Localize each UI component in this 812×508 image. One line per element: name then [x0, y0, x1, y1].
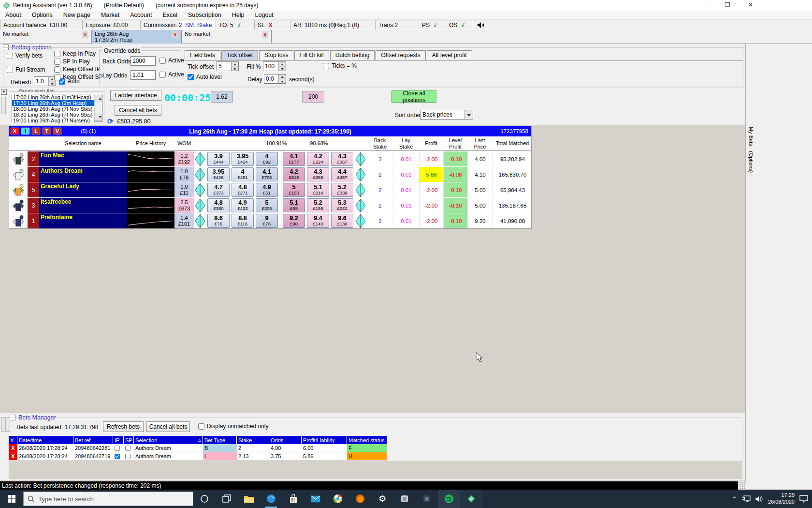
market-tab-3[interactable]: No market x [182, 30, 272, 44]
fill-pct-arrows[interactable] [278, 62, 286, 71]
best-back-price-button[interactable]: 9£76 [256, 214, 278, 228]
stop-loss-status[interactable]: SLX [254, 20, 290, 30]
best-back-price-button[interactable]: 4£92 [256, 152, 278, 166]
scroll-down-icon[interactable] [95, 114, 102, 121]
keep-option[interactable]: Keep In Play [54, 50, 103, 57]
lay-stake-value[interactable]: 0.01 [393, 213, 419, 228]
cancel-bet-button[interactable]: X [9, 452, 17, 460]
lay-active-option[interactable]: Active [160, 71, 184, 78]
chrome-icon[interactable] [327, 490, 349, 508]
col-ip[interactable]: IP [113, 436, 124, 444]
fill-pct-value[interactable]: 100 [263, 62, 278, 71]
menu-item[interactable]: Logout [250, 12, 279, 18]
ip-checkbox[interactable] [115, 446, 120, 451]
col-sp[interactable]: SP [124, 436, 134, 444]
menu-item[interactable]: Excel [157, 12, 183, 18]
keep-option[interactable]: Keep Offset IP [54, 66, 103, 73]
expand-panel-button[interactable]: + [1, 89, 7, 95]
close-tab-icon[interactable]: x [262, 31, 268, 38]
app-icon-1[interactable] [393, 490, 416, 508]
fill-pct-spinner[interactable]: 100 [263, 61, 286, 71]
runner-name[interactable]: Authors Dream [39, 167, 127, 182]
spin-up-icon[interactable] [279, 75, 286, 79]
spread-diamond-left[interactable] [194, 167, 206, 182]
app-icon-2[interactable] [416, 490, 438, 508]
lay-active-checkbox[interactable] [160, 72, 166, 78]
col-datetime[interactable]: Date/time [17, 436, 73, 444]
notification-icon[interactable] [799, 495, 808, 503]
back-stake-value[interactable]: 2 [367, 198, 393, 213]
auto-level-checkbox[interactable] [188, 74, 194, 80]
spread-diamond-left[interactable] [194, 151, 206, 166]
bet-ip-cell[interactable] [113, 452, 124, 460]
delay-value[interactable]: 0.0 [264, 75, 278, 83]
my-bets-side-tab[interactable]: My Bets (Options) [745, 44, 757, 481]
back-active-checkbox[interactable] [160, 58, 166, 64]
best-back-price-button[interactable]: 4.1£706 [256, 167, 278, 181]
runner-name[interactable]: Graceful Lady [39, 182, 127, 197]
runner-name[interactable]: Fun Mac [39, 151, 127, 166]
back-stake-value[interactable]: 2 [367, 182, 393, 197]
close-button[interactable]: ✕ [742, 0, 759, 10]
verify-bets-checkbox[interactable] [7, 53, 13, 59]
scroll-up-icon[interactable] [95, 95, 102, 102]
keep-option-checkbox[interactable] [54, 59, 60, 65]
col-odds[interactable]: Odds [269, 436, 302, 444]
refresh-value[interactable]: 1.0 [34, 77, 48, 86]
back-active-option[interactable]: Active [160, 57, 184, 64]
quick-pick-item[interactable]: 17:30 Ling 26th Aug (2m Hcap) [12, 100, 94, 106]
bet-sp-cell[interactable] [124, 452, 134, 460]
close-tab-icon[interactable]: x [172, 31, 178, 38]
spin-down-icon[interactable] [49, 81, 56, 86]
ticks-pct-checkbox[interactable] [323, 63, 329, 69]
display-unmatched-checkbox[interactable] [198, 423, 204, 430]
lay-price-3-button[interactable]: 5.2£339 [331, 183, 353, 197]
bet-ip-cell[interactable] [113, 444, 124, 452]
mail-icon[interactable] [304, 490, 327, 508]
cancel-all-bets-button[interactable]: Cancel all bets [115, 105, 161, 116]
refresh-spinner[interactable]: 1.0 [34, 76, 56, 86]
ip-checkbox[interactable] [115, 454, 120, 459]
menu-item[interactable]: Account [125, 12, 157, 18]
my-bets-label[interactable]: My Bets [748, 127, 754, 146]
spread-diamond-right[interactable] [354, 182, 367, 197]
keep-option[interactable]: Keep Offset SP [54, 74, 103, 80]
quick-pick-list[interactable]: 17:00 Ling 26th Aug (1m3f Hcap) 17:30 Li… [12, 94, 102, 122]
back-price-2-button[interactable]: 4.8£271 [232, 183, 254, 197]
bet-tab[interactable]: Stop loss [259, 50, 293, 60]
ticks-pct-option[interactable]: Ticks = % [323, 62, 357, 69]
quick-pick-scrollbar[interactable] [94, 95, 102, 121]
col-bet-type[interactable]: Bet Type [203, 436, 237, 444]
bet-tab[interactable]: Field bets [185, 50, 220, 60]
lay-stake-value[interactable]: 0.01 [393, 167, 419, 182]
firefox-icon[interactable] [349, 490, 371, 508]
col-betref[interactable]: Bet ref [73, 436, 113, 444]
quick-pick-item[interactable]: 18:00 Ling 26th Aug (7f Nov Stks) [12, 106, 94, 112]
back-price-2-button[interactable]: 4£451 [232, 167, 254, 181]
best-lay-price-button[interactable]: 4.2£816 [283, 167, 305, 181]
ladder-interface-button[interactable]: Ladder interface [110, 90, 161, 101]
lay-stake-value[interactable]: 0.01 [393, 198, 419, 213]
best-lay-price-button[interactable]: 5.1£68 [283, 198, 305, 212]
dropdown-arrow-icon[interactable] [464, 110, 473, 119]
left-splitter-handle[interactable] [1, 417, 6, 432]
bet-tab[interactable]: Tick offset [221, 50, 258, 60]
keep-option-checkbox[interactable] [54, 74, 60, 80]
bet-sp-cell[interactable] [124, 444, 134, 452]
lay-price-2-button[interactable]: 4.3£388 [307, 167, 329, 181]
spotify-icon[interactable] [438, 490, 460, 508]
tray-expand-icon[interactable]: ⌃ [732, 495, 737, 503]
lay-stake-value[interactable]: 0.01 [393, 151, 419, 166]
menu-item[interactable]: Help [227, 12, 250, 18]
tick-offset-status[interactable]: TO: 5√ [216, 20, 254, 30]
taskbar-clock[interactable]: 17:29 26/08/2020 [768, 492, 795, 506]
spread-diamond-left[interactable] [194, 213, 206, 228]
menu-item[interactable]: Subscription [183, 12, 227, 18]
spread-diamond-right[interactable] [354, 167, 367, 182]
tick-offset-value[interactable]: 5 [217, 62, 231, 71]
quick-pick-item[interactable]: 19:00 Ling 26th Aug (7f Nursery) [12, 118, 94, 123]
sound-toggle[interactable] [473, 20, 489, 30]
back-price-3-button[interactable]: 4.8£380 [207, 198, 230, 212]
quick-pick-item[interactable]: 17:00 Ling 26th Aug (1m3f Hcap) [12, 94, 94, 100]
delay-spinner[interactable]: 0.0 [264, 74, 286, 84]
